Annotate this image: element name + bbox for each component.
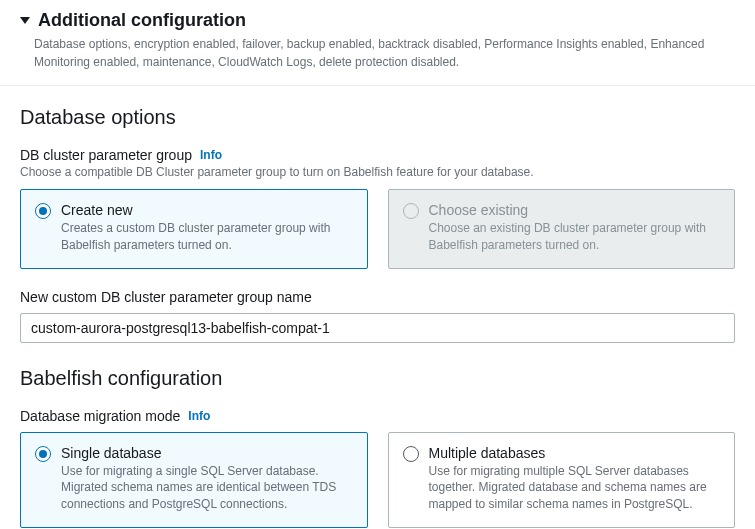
option-desc: Use for migrating multiple SQL Server da… <box>429 463 721 513</box>
additional-config-header[interactable]: Additional configuration Database option… <box>0 0 755 86</box>
babelfish-config-heading: Babelfish configuration <box>20 367 735 390</box>
caret-down-icon <box>20 17 30 24</box>
option-title: Choose existing <box>429 202 721 218</box>
migration-mode-label: Database migration mode <box>20 408 180 424</box>
option-single-database[interactable]: Single database Use for migrating a sing… <box>20 432 368 528</box>
option-desc: Choose an existing DB cluster parameter … <box>429 220 721 254</box>
section-title: Additional configuration <box>38 10 246 31</box>
option-desc: Use for migrating a single SQL Server da… <box>61 463 353 513</box>
new-group-name-label: New custom DB cluster parameter group na… <box>20 289 735 305</box>
migration-mode-info-link[interactable]: Info <box>188 409 210 423</box>
option-title: Create new <box>61 202 353 218</box>
option-title: Single database <box>61 445 353 461</box>
content-area: Database options DB cluster parameter gr… <box>0 86 755 529</box>
radio-icon <box>403 203 419 219</box>
new-group-name-input[interactable] <box>20 313 735 343</box>
option-choose-existing: Choose existing Choose an existing DB cl… <box>388 189 736 269</box>
param-group-info-link[interactable]: Info <box>200 148 222 162</box>
option-desc: Creates a custom DB cluster parameter gr… <box>61 220 353 254</box>
database-options-heading: Database options <box>20 106 735 129</box>
param-group-help: Choose a compatible DB Cluster parameter… <box>20 165 735 179</box>
section-description: Database options, encryption enabled, fa… <box>20 35 735 71</box>
option-multiple-databases[interactable]: Multiple databases Use for migrating mul… <box>388 432 736 528</box>
radio-icon <box>403 446 419 462</box>
radio-icon <box>35 446 51 462</box>
option-create-new[interactable]: Create new Creates a custom DB cluster p… <box>20 189 368 269</box>
option-title: Multiple databases <box>429 445 721 461</box>
radio-icon <box>35 203 51 219</box>
param-group-label: DB cluster parameter group <box>20 147 192 163</box>
